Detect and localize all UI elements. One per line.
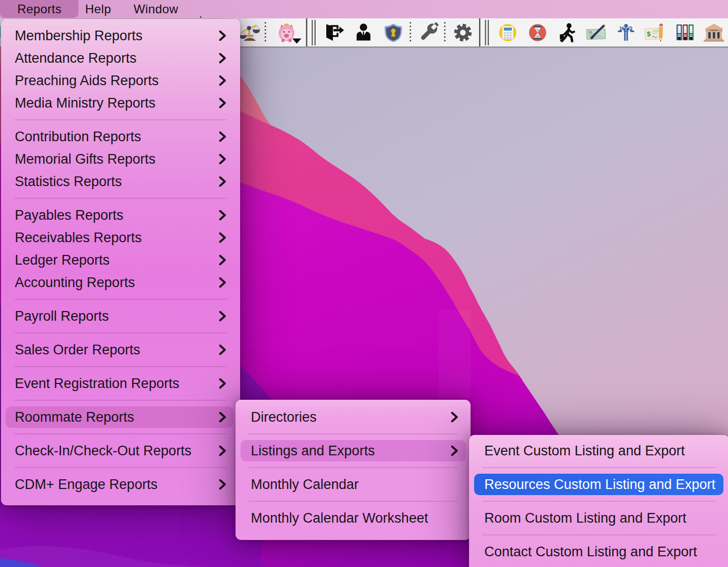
svg-text:$: $ bbox=[647, 30, 651, 38]
svg-text:$: $ bbox=[621, 28, 622, 31]
